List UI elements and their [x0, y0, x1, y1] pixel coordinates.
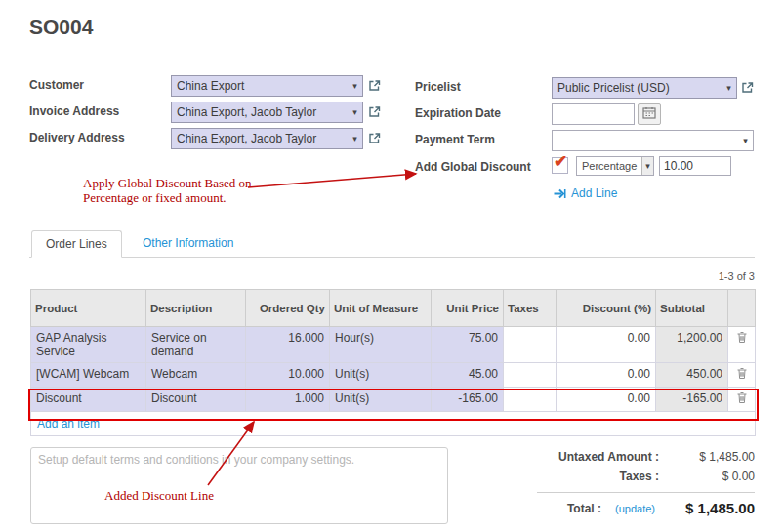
check-icon: ✔: [554, 153, 567, 170]
column-header-unit-of-measure[interactable]: Unit of Measure: [330, 290, 432, 327]
calendar-icon: [642, 106, 656, 122]
pager: 1-3 of 3: [605, 270, 755, 282]
delete-line-button[interactable]: [733, 367, 750, 383]
total-label: Total :: [537, 502, 615, 515]
payment-term-label: Payment Term: [415, 133, 495, 146]
totals-divider: [537, 492, 755, 493]
tab-order-lines[interactable]: Order Lines: [31, 230, 122, 258]
cell-ordered-qty: 10.000: [246, 363, 330, 388]
sales-order-page: SO004 Customer China Export ▾ Invoice Ad…: [0, 0, 784, 532]
discount-amount-input[interactable]: [659, 156, 731, 176]
column-header-taxes[interactable]: Taxes: [504, 290, 557, 327]
trash-icon: [736, 367, 748, 383]
add-line-link[interactable]: Add Line: [554, 186, 617, 200]
global-discount-checkbox[interactable]: ✔: [552, 157, 568, 174]
annotation-global-discount: Apply Global Discount Based on Percentag…: [83, 176, 274, 205]
customer-open-record-button[interactable]: [368, 79, 381, 95]
untaxed-amount-row: Untaxed Amount : $ 1,485.00: [537, 447, 755, 467]
cell-description: Discount: [146, 388, 246, 412]
arrow-right-icon: [554, 188, 566, 199]
expiration-date-input[interactable]: [552, 103, 635, 125]
column-header-description[interactable]: Description: [146, 290, 246, 327]
cell-ordered-qty: 16.000: [246, 327, 330, 363]
cell-taxes: [504, 363, 557, 388]
cell-discount: 0.00: [557, 388, 656, 412]
page-title: SO004: [29, 16, 93, 39]
total-row: Total : (update) $ 1,485.00: [537, 497, 755, 519]
cell-description: Service on demand: [146, 327, 246, 363]
cell-discount: 0.00: [557, 327, 656, 363]
taxes-label: Taxes :: [537, 470, 673, 483]
invoice-address-open-record-button[interactable]: [368, 105, 381, 121]
chevron-down-icon: ▾: [348, 81, 362, 91]
taxes-row: Taxes : $ 0.00: [537, 467, 755, 486]
column-header-product[interactable]: Product: [31, 290, 146, 327]
add-item-row: Add an item: [31, 412, 756, 436]
delete-line-button[interactable]: [733, 391, 750, 407]
external-link-icon: [368, 79, 381, 95]
cell-description: Webcam: [146, 363, 246, 388]
column-header-subtotal[interactable]: Subtotal: [656, 290, 728, 327]
external-link-icon: [368, 132, 381, 147]
pricelist-open-record-button[interactable]: [741, 81, 754, 97]
chevron-down-icon: ▾: [722, 83, 736, 93]
notebook-tabs: Order Lines Other Information: [29, 230, 755, 258]
cell-subtotal: 1,200.00: [656, 327, 728, 363]
delivery-address-open-record-button[interactable]: [368, 132, 381, 147]
customer-select[interactable]: China Export ▾: [171, 75, 363, 97]
cell-uom: Hour(s): [330, 327, 432, 363]
pricelist-value: Public Pricelist (USD): [553, 81, 722, 95]
cell-product: GAP Analysis Service: [31, 327, 146, 363]
chevron-down-icon: ▾: [641, 157, 653, 175]
column-header-discount[interactable]: Discount (%): [557, 290, 656, 327]
cell-taxes: [504, 388, 557, 412]
cell-product: [WCAM] Webcam: [31, 363, 146, 388]
expiration-date-label: Expiration Date: [415, 106, 501, 120]
pricelist-select[interactable]: Public Pricelist (USD) ▾: [552, 77, 737, 99]
add-item-link[interactable]: Add an item: [37, 417, 100, 430]
untaxed-amount-label: Untaxed Amount :: [537, 450, 673, 464]
discount-type-select[interactable]: Percentage ▾: [576, 156, 654, 176]
delivery-address-value: China Export, Jacob Taylor: [172, 132, 348, 145]
tab-other-information[interactable]: Other Information: [129, 230, 247, 258]
pricelist-label: Pricelist: [415, 80, 461, 94]
order-line-row-discount[interactable]: Discount Discount 1.000 Unit(s) -165.00 …: [31, 388, 756, 412]
cell-unit-price: 75.00: [432, 327, 504, 363]
order-lines-table: Product Description Ordered Qty Unit of …: [30, 289, 756, 436]
cell-subtotal: -165.00: [656, 388, 728, 412]
cell-unit-price: -165.00: [432, 388, 504, 412]
totals-panel: Untaxed Amount : $ 1,485.00 Taxes : $ 0.…: [537, 447, 755, 519]
invoice-address-label: Invoice Address: [29, 104, 119, 118]
delivery-address-label: Delivery Address: [29, 131, 125, 144]
delete-line-button[interactable]: [733, 331, 750, 347]
column-header-actions: [728, 290, 756, 327]
column-header-ordered-qty[interactable]: Ordered Qty: [246, 290, 330, 327]
column-header-unit-price[interactable]: Unit Price: [432, 290, 504, 327]
discount-type-value: Percentage: [577, 160, 641, 172]
chevron-down-icon: ▾: [348, 134, 362, 143]
order-line-row[interactable]: GAP Analysis Service Service on demand 1…: [31, 327, 756, 363]
taxes-value: $ 0.00: [673, 470, 755, 483]
add-line-label: Add Line: [571, 186, 617, 200]
order-line-row[interactable]: [WCAM] Webcam Webcam 10.000 Unit(s) 45.0…: [31, 363, 756, 388]
invoice-address-value: China Export, Jacob Taylor: [172, 105, 348, 119]
update-total-link[interactable]: (update): [615, 503, 655, 514]
external-link-icon: [368, 105, 381, 121]
cell-subtotal: 450.00: [656, 363, 728, 388]
cell-uom: Unit(s): [330, 388, 432, 412]
chevron-down-icon: ▾: [738, 136, 753, 145]
delivery-address-select[interactable]: China Export, Jacob Taylor ▾: [171, 128, 363, 149]
terms-textarea[interactable]: [30, 447, 448, 524]
chevron-down-icon: ▾: [348, 107, 362, 117]
terms-and-conditions-area: [30, 447, 448, 524]
trash-icon: [736, 391, 748, 407]
untaxed-amount-value: $ 1,485.00: [673, 450, 755, 464]
customer-value: China Export: [172, 79, 348, 93]
cell-discount: 0.00: [557, 363, 656, 388]
calendar-button[interactable]: [638, 103, 661, 125]
table-header-row: Product Description Ordered Qty Unit of …: [31, 290, 756, 327]
cell-unit-price: 45.00: [432, 363, 504, 388]
payment-term-select[interactable]: ▾: [552, 130, 754, 151]
total-value: $ 1,485.00: [657, 500, 755, 516]
invoice-address-select[interactable]: China Export, Jacob Taylor ▾: [171, 102, 363, 123]
